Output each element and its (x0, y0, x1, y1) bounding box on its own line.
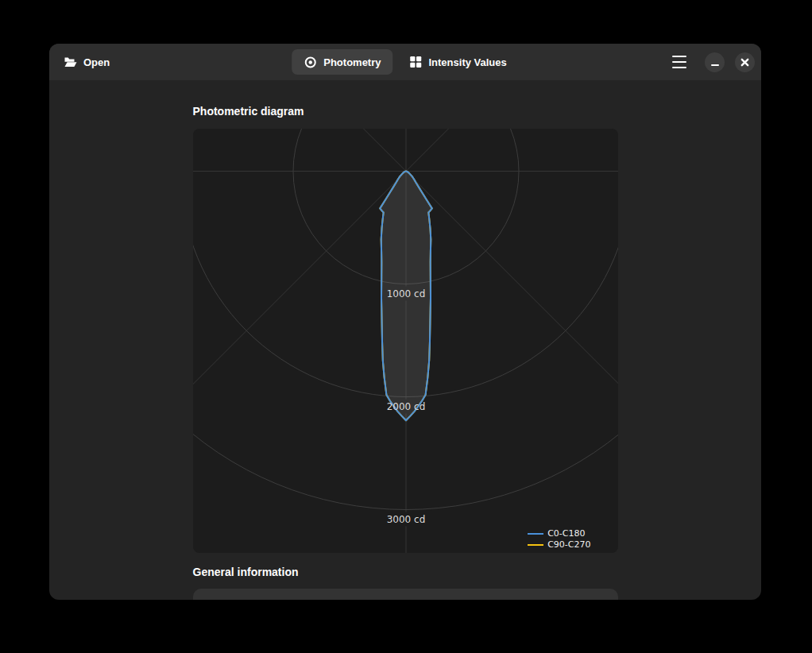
legend-item-c0-c180: C0-C180 (528, 528, 590, 539)
eye-icon (304, 56, 317, 69)
headerbar: Open Photometry (49, 44, 761, 80)
legend-label-c0-c180: C0-C180 (547, 528, 585, 539)
desktop-background: Open Photometry (0, 0, 812, 653)
svg-text:1000 cd: 1000 cd (386, 288, 425, 299)
legend-line-yellow-icon (528, 544, 543, 546)
main-content: Photometric diagram 1000 cd2000 cd3000 c… (193, 105, 618, 600)
polar-chart-svg: 1000 cd2000 cd3000 cd (193, 129, 618, 553)
legend-item-c90-c270: C90-C270 (528, 539, 590, 550)
svg-text:2000 cd: 2000 cd (386, 401, 425, 412)
svg-text:3000 cd: 3000 cd (386, 514, 425, 525)
photometric-chart-panel: 1000 cd2000 cd3000 cd C0-C180 C90-C270 (193, 129, 618, 553)
tab-photometry[interactable]: Photometry (292, 49, 392, 75)
headerbar-right (667, 44, 755, 80)
minimize-button[interactable] (705, 52, 725, 72)
x-icon (740, 58, 749, 67)
headerbar-left: Open (57, 44, 116, 80)
app-window: Open Photometry (49, 44, 761, 600)
open-button-label: Open (83, 56, 110, 68)
tab-photometry-label: Photometry (323, 56, 381, 68)
close-button[interactable] (735, 52, 755, 72)
general-information-title: General information (193, 566, 618, 578)
view-switcher: Photometry Intensity Values (292, 49, 519, 75)
photometric-diagram-title: Photometric diagram (193, 105, 618, 118)
hamburger-icon (672, 67, 686, 68)
tab-intensity-values[interactable]: Intensity Values (397, 49, 518, 75)
dash-icon (711, 64, 719, 66)
menu-button[interactable] (667, 51, 691, 73)
grid-icon (409, 56, 422, 68)
hamburger-icon (672, 61, 686, 63)
chart-legend: C0-C180 C90-C270 (528, 528, 590, 550)
folder-open-icon (64, 56, 77, 68)
open-button[interactable]: Open (57, 52, 116, 73)
hamburger-icon (672, 56, 686, 57)
legend-label-c90-c270: C90-C270 (547, 539, 590, 550)
general-information-card (193, 589, 618, 600)
legend-line-blue-icon (528, 533, 543, 535)
tab-intensity-values-label: Intensity Values (428, 56, 506, 68)
